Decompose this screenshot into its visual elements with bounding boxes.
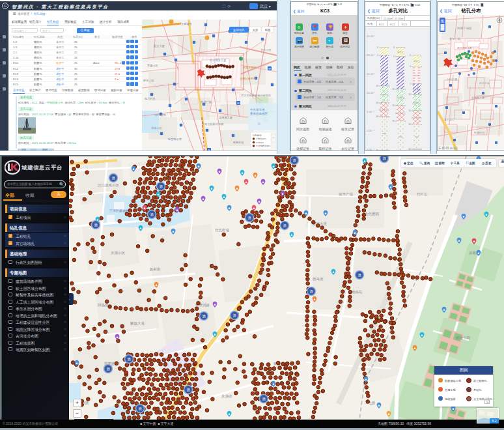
svg-text:控制性钻孔: 控制性钻孔 bbox=[256, 137, 267, 140]
svg-text:委党校老校区: 委党校老校区 bbox=[250, 111, 268, 115]
svg-text:西马街: 西马街 bbox=[313, 277, 324, 281]
svg-text:酒: 酒 bbox=[202, 314, 206, 319]
svg-text:台北街道: 台北街道 bbox=[215, 228, 230, 233]
svg-text:黏土夹粉土: 黏土夹粉土 bbox=[395, 112, 406, 115]
svg-text:酒: 酒 bbox=[106, 367, 110, 371]
svg-text:酒: 酒 bbox=[247, 216, 251, 220]
svg-text:汉口医院: 汉口医院 bbox=[155, 113, 167, 117]
svg-text:酒: 酒 bbox=[150, 212, 154, 217]
svg-text:新村街: 新村街 bbox=[150, 267, 161, 272]
svg-text:视图: 视图 bbox=[265, 28, 271, 32]
svg-text:地铁站: 地铁站 bbox=[351, 290, 363, 294]
svg-text:2: 2 bbox=[393, 55, 395, 58]
svg-text:粉砂: 粉砂 bbox=[382, 132, 387, 135]
svg-text:11: 11 bbox=[392, 88, 395, 91]
svg-text:统建千福园: 统建千福园 bbox=[457, 27, 472, 30]
svg-text:3: 3 bbox=[410, 65, 411, 68]
svg-text:E 45.65 米/秒²: E 45.65 米/秒² bbox=[439, 147, 458, 150]
svg-text:全部钻孔: 全部钻孔 bbox=[233, 28, 245, 32]
svg-text:19: 19 bbox=[392, 120, 395, 122]
svg-text:淤泥: 淤泥 bbox=[415, 74, 419, 76]
svg-text:金色雅园: 金色雅园 bbox=[365, 212, 379, 216]
svg-text:酒: 酒 bbox=[309, 289, 313, 294]
svg-text:酒: 酒 bbox=[138, 407, 142, 411]
svg-text:酒: 酒 bbox=[262, 397, 266, 401]
svg-text:酒: 酒 bbox=[357, 273, 361, 278]
svg-text:淤泥质土: 淤泥质土 bbox=[413, 101, 422, 104]
svg-text:淤泥质土: 淤泥质土 bbox=[397, 96, 406, 98]
svg-text:黏土夹粉土: 黏土夹粉土 bbox=[379, 108, 390, 111]
svg-text:粉质黏土: 粉质黏土 bbox=[380, 69, 389, 72]
svg-text:邮电小区: 邮电小区 bbox=[143, 79, 155, 82]
svg-text:酒: 酒 bbox=[94, 223, 98, 227]
svg-text:10: 10 bbox=[376, 85, 378, 87]
svg-text:-25.00: -25.00 bbox=[366, 34, 374, 37]
svg-text:M: M bbox=[268, 67, 270, 70]
svg-text:永清街: 永清街 bbox=[221, 394, 232, 399]
svg-text:-0.00: -0.00 bbox=[366, 128, 372, 132]
svg-text:-20.00: -20.00 bbox=[366, 53, 374, 56]
svg-text:酒: 酒 bbox=[159, 184, 163, 189]
svg-text:0: 0 bbox=[410, 54, 411, 57]
svg-text:华储小区: 华储小区 bbox=[151, 126, 163, 130]
svg-text:武汉天地: 武汉天地 bbox=[479, 81, 489, 85]
svg-text:钻孔类别: 钻孔类别 bbox=[252, 134, 262, 137]
svg-text:酒: 酒 bbox=[186, 388, 190, 392]
svg-text:水文地质试验孔: 水文地质试验孔 bbox=[256, 145, 271, 147]
svg-text:酒: 酒 bbox=[283, 223, 287, 228]
svg-text:杂填土: 杂填土 bbox=[413, 59, 420, 62]
svg-text:淤泥质土: 淤泥质土 bbox=[380, 93, 389, 96]
svg-text:图: 图 bbox=[441, 19, 444, 23]
svg-text:-15.00: -15.00 bbox=[366, 72, 374, 75]
svg-text:-10.00: -10.00 bbox=[366, 91, 374, 94]
svg-text:14: 14 bbox=[408, 109, 411, 112]
svg-text:15: 15 bbox=[392, 104, 395, 107]
svg-text:18: 18 bbox=[408, 123, 411, 126]
svg-text:酒: 酒 bbox=[127, 357, 131, 362]
svg-text:-5.00: -5.00 bbox=[366, 109, 372, 113]
svg-text:14: 14 bbox=[376, 102, 378, 104]
svg-text:M: M bbox=[237, 102, 239, 105]
svg-text:大屏: 大屏 bbox=[253, 29, 259, 32]
svg-text:酒: 酒 bbox=[382, 156, 386, 161]
svg-text:航空路小学: 航空路小学 bbox=[168, 137, 182, 141]
svg-text:0: 0 bbox=[377, 46, 378, 49]
svg-text:2: 2 bbox=[377, 54, 378, 57]
svg-text:10: 10 bbox=[408, 93, 411, 96]
svg-text:粉质黏土: 粉质黏土 bbox=[397, 72, 406, 74]
svg-text:蓝天宾馆: 蓝天宾馆 bbox=[444, 118, 455, 121]
svg-text:城市广场: 城市广场 bbox=[338, 192, 353, 197]
svg-text:粉砂: 粉砂 bbox=[399, 136, 403, 138]
svg-text:天湖小区: 天湖小区 bbox=[111, 251, 126, 255]
svg-text:电力社区: 电力社区 bbox=[145, 97, 156, 100]
svg-text:中奇万松郦式花园: 中奇万松郦式花园 bbox=[202, 122, 224, 126]
svg-text:酒: 酒 bbox=[111, 176, 115, 180]
svg-text:解放公园: 解放公园 bbox=[456, 336, 470, 340]
svg-text:24: 24 bbox=[408, 148, 411, 150]
svg-text:万松小区: 万松小区 bbox=[260, 48, 272, 51]
svg-text:18: 18 bbox=[376, 115, 378, 118]
svg-text:酒: 酒 bbox=[232, 313, 236, 318]
svg-text:解放大道: 解放大道 bbox=[130, 321, 145, 326]
svg-text:船舶社区: 船舶社区 bbox=[233, 141, 245, 144]
svg-text:竹叶山: 竹叶山 bbox=[417, 192, 428, 196]
svg-text:粉质黏土: 粉质黏土 bbox=[413, 88, 422, 91]
svg-text:粉砂: 粉砂 bbox=[415, 136, 419, 138]
svg-text:球场街: 球场街 bbox=[98, 303, 109, 308]
svg-text:汉口居民小区: 汉口居民小区 bbox=[98, 183, 120, 188]
svg-text:武汉国际大厦: 武汉国际大厦 bbox=[457, 46, 472, 50]
svg-text:0: 0 bbox=[393, 46, 395, 49]
svg-text:酒: 酒 bbox=[292, 158, 296, 163]
svg-text:武汉市糖酒副食品研究所: 武汉市糖酒副食品研究所 bbox=[241, 94, 272, 97]
svg-text:已完钻孔: 已完钻孔 bbox=[256, 141, 265, 144]
svg-text:7: 7 bbox=[410, 83, 411, 85]
svg-text:杂填土: 杂填土 bbox=[397, 51, 404, 53]
svg-text:中共湖北省: 中共湖北省 bbox=[250, 108, 265, 111]
svg-text:26: 26 bbox=[376, 149, 378, 151]
svg-text:-5.00: -5.00 bbox=[366, 147, 372, 150]
svg-text:黏土夹粉土: 黏土夹粉土 bbox=[412, 116, 423, 119]
